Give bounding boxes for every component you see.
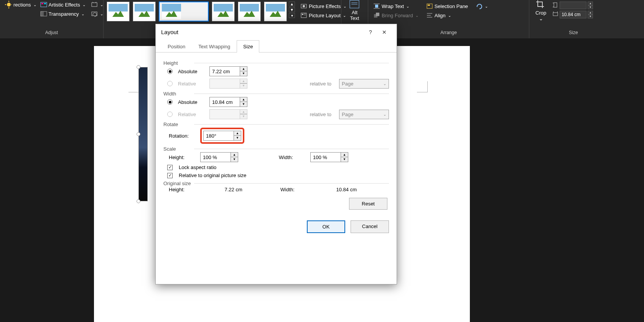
- spinner[interactable]: ▲▼: [588, 2, 593, 9]
- rotation-label: Rotation:: [169, 133, 197, 139]
- align-label: Align: [435, 13, 446, 18]
- wrap-text-button[interactable]: Wrap Text ⌄: [371, 2, 420, 11]
- orig-height-value: 7.22 cm: [225, 187, 278, 192]
- cancel-button[interactable]: Cancel: [351, 220, 389, 233]
- spin-up[interactable]: ▲: [234, 131, 241, 136]
- scale-width-spinner[interactable]: ▲▼: [310, 152, 348, 162]
- dialog-title: Layout: [161, 29, 364, 35]
- size-group-label: Size: [532, 30, 614, 37]
- scale-height-input[interactable]: [201, 153, 231, 162]
- more-icon: ▾: [289, 13, 295, 18]
- width-absolute-spinner[interactable]: ▲▼: [209, 97, 247, 107]
- height-relative-input: [210, 79, 240, 88]
- transparency-label: Transparency: [49, 11, 79, 17]
- align-button[interactable]: Align ⌄: [424, 11, 470, 20]
- rotation-spinner[interactable]: ▲▼: [203, 131, 241, 141]
- transparency-button[interactable]: Transparency ⌄: [38, 9, 87, 18]
- alt-text-label-1: Alt: [352, 10, 357, 15]
- spin-up[interactable]: ▲: [240, 97, 247, 102]
- resize-handle[interactable]: [137, 199, 140, 203]
- artistic-effects-button[interactable]: Artistic Effects ⌄: [38, 0, 87, 9]
- gallery-scroll-down[interactable]: ▼: [288, 7, 295, 13]
- spin-up[interactable]: ▲: [231, 153, 238, 157]
- width-input[interactable]: [560, 11, 586, 18]
- svg-rect-15: [302, 14, 303, 15]
- height-relative-label: Relative: [178, 81, 206, 87]
- ok-button[interactable]: OK: [307, 220, 345, 233]
- orig-width-label: Width:: [280, 187, 333, 192]
- spin-down[interactable]: ▼: [240, 102, 247, 107]
- svg-rect-11: [92, 12, 97, 16]
- chevron-down-icon: ⌄: [485, 4, 488, 8]
- reset-picture-button[interactable]: ⌄: [89, 9, 105, 18]
- transparency-icon: [40, 10, 47, 17]
- lock-aspect-label: Lock aspect ratio: [179, 164, 216, 170]
- width-absolute-radio[interactable]: [167, 99, 173, 105]
- orig-width-value: 10.84 cm: [336, 187, 389, 192]
- style-thumb[interactable]: [238, 2, 261, 21]
- chevron-down-icon: ⌄: [448, 13, 451, 18]
- gallery-scroll-up[interactable]: ▲: [288, 1, 295, 7]
- chevron-down-icon: ⌄: [383, 112, 386, 117]
- svg-rect-31: [554, 3, 557, 7]
- height-absolute-input[interactable]: [210, 67, 240, 76]
- picture-layout-button[interactable]: Picture Layout ⌄: [298, 11, 348, 20]
- crop-button[interactable]: Crop ⌄: [532, 0, 549, 21]
- dialog-tabs: Position Text Wrapping Size: [156, 40, 397, 53]
- style-thumb[interactable]: [212, 2, 235, 21]
- layout-icon: [300, 12, 307, 19]
- spin-down[interactable]: ▼: [240, 71, 247, 76]
- width-relative-spinner: ▲▼: [209, 109, 247, 119]
- scale-width-input[interactable]: [311, 153, 341, 162]
- svg-rect-27: [428, 5, 430, 6]
- rotation-input[interactable]: [204, 131, 234, 140]
- spinner[interactable]: ▲▼: [588, 11, 593, 18]
- compress-pictures-button[interactable]: ⌄: [89, 0, 105, 9]
- height-input[interactable]: [560, 2, 586, 9]
- svg-rect-6: [41, 3, 43, 4]
- wrap-text-label: Wrap Text: [382, 3, 404, 9]
- style-thumb[interactable]: [107, 2, 130, 21]
- chevron-down-icon: ⌄: [33, 3, 36, 7]
- selection-pane-icon: [426, 3, 433, 10]
- svg-rect-10: [92, 3, 97, 7]
- svg-rect-26: [427, 4, 432, 8]
- height-relative-radio[interactable]: [167, 81, 173, 86]
- spin-up[interactable]: ▲: [240, 67, 247, 71]
- width-relative-radio[interactable]: [167, 112, 173, 117]
- corrections-button[interactable]: rections ⌄: [3, 0, 38, 9]
- width-input-wrap: ▲▼: [552, 11, 593, 18]
- resize-handle[interactable]: [137, 132, 140, 136]
- picture-effects-button[interactable]: Picture Effects ⌄: [298, 2, 348, 11]
- help-button[interactable]: ?: [364, 29, 377, 35]
- resize-handle[interactable]: [137, 65, 140, 69]
- close-button[interactable]: ✕: [377, 29, 391, 35]
- style-thumb-selected[interactable]: [159, 2, 209, 21]
- tab-position[interactable]: Position: [161, 40, 192, 53]
- rotate-button[interactable]: ⌄: [474, 2, 490, 11]
- height-absolute-radio[interactable]: [167, 69, 173, 74]
- artistic-icon: [40, 1, 47, 8]
- height-absolute-spinner[interactable]: ▲▼: [209, 66, 247, 76]
- selection-pane-button[interactable]: Selection Pane: [424, 2, 470, 11]
- width-absolute-input[interactable]: [210, 97, 240, 107]
- alt-text-button[interactable]: Alt Text: [344, 0, 365, 21]
- chevron-down-icon: ⌄: [415, 13, 418, 18]
- lock-aspect-checkbox[interactable]: [167, 165, 173, 170]
- relative-original-checkbox[interactable]: [167, 173, 173, 178]
- height-relto-value: Page: [342, 81, 353, 87]
- bring-forward-button[interactable]: Bring Forward ⌄: [371, 11, 420, 20]
- spin-up[interactable]: ▲: [341, 153, 348, 157]
- tab-text-wrapping[interactable]: Text Wrapping: [192, 40, 237, 53]
- spin-down[interactable]: ▼: [341, 157, 348, 162]
- style-thumb[interactable]: [264, 2, 287, 21]
- style-thumb[interactable]: [133, 2, 156, 21]
- picture-styles-gallery[interactable]: [107, 0, 287, 21]
- reset-button[interactable]: Reset: [349, 198, 387, 210]
- corrections-label: rections: [13, 2, 31, 8]
- scale-height-spinner[interactable]: ▲▼: [200, 152, 238, 162]
- gallery-more[interactable]: ▾: [288, 13, 295, 18]
- tab-size[interactable]: Size: [237, 40, 259, 53]
- spin-down[interactable]: ▼: [234, 136, 241, 140]
- spin-down[interactable]: ▼: [231, 157, 238, 162]
